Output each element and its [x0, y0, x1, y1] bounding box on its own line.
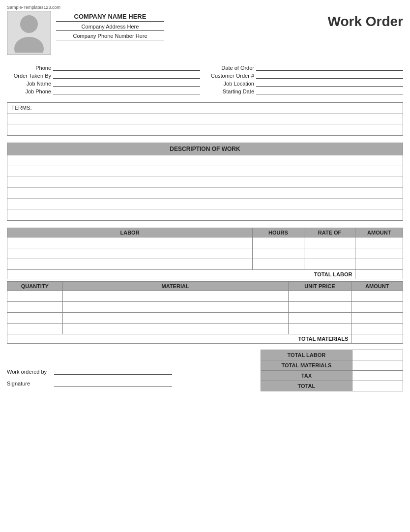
mat-price-1[interactable] [288, 291, 351, 302]
company-phone: Company Phone Number Here [56, 33, 164, 40]
mat-price-4[interactable] [288, 324, 351, 334]
total-labor-summary-value[interactable] [352, 350, 403, 360]
tax-value[interactable] [352, 371, 403, 381]
material-row-3 [7, 313, 403, 324]
labor-hours-2[interactable] [253, 248, 304, 259]
labor-rate-3[interactable] [304, 259, 355, 270]
desc-row-6 [7, 209, 403, 220]
summary-section: Work ordered by Signature TOTAL LABOR TO… [7, 350, 403, 391]
customer-order-input[interactable] [256, 72, 403, 79]
phone-input[interactable] [53, 64, 200, 71]
terms-row-1 [7, 114, 403, 124]
work-ordered-by-label: Work ordered by [7, 369, 51, 375]
header: COMPANY NAME HERE Company Address Here C… [7, 11, 403, 55]
total-final-label: TOTAL [261, 381, 352, 391]
mat-amount-1[interactable] [351, 291, 403, 302]
desc-row-1 [7, 155, 403, 166]
job-phone-input[interactable] [53, 88, 200, 94]
labor-amount-1[interactable] [355, 237, 403, 248]
total-materials-label: TOTAL MATERIALS [7, 334, 351, 344]
desc-row-5 [7, 199, 403, 209]
field-job-name: Job Name [7, 80, 200, 87]
watermark: Sample-Templates123.com [7, 5, 403, 10]
job-name-input[interactable] [53, 80, 200, 87]
terms-row-2 [7, 124, 403, 135]
field-phone: Phone [7, 64, 200, 71]
labor-desc-3[interactable] [7, 259, 253, 270]
signature-row: Signature [7, 380, 246, 386]
mat-desc-3[interactable] [62, 313, 288, 324]
customer-order-label: Customer Order # [210, 73, 254, 79]
field-date-order: Date of Order [210, 64, 403, 71]
total-final-value[interactable] [352, 381, 403, 391]
work-ordered-by-input[interactable] [54, 368, 172, 375]
signature-input[interactable] [54, 380, 172, 386]
company-address: Company Address Here [56, 24, 164, 31]
amount-col-header: AMOUNT [355, 228, 403, 237]
mat-qty-1[interactable] [7, 291, 63, 302]
signature-area: Work ordered by Signature [7, 368, 261, 391]
starting-date-input[interactable] [256, 88, 403, 94]
mat-price-3[interactable] [288, 313, 351, 324]
material-row-4 [7, 324, 403, 334]
job-location-input[interactable] [256, 80, 403, 87]
field-job-location: Job Location [210, 80, 403, 87]
total-materials-row: TOTAL MATERIALS [7, 334, 403, 344]
field-customer-order: Customer Order # [210, 72, 403, 79]
labor-hours-1[interactable] [253, 237, 304, 248]
labor-desc-2[interactable] [7, 248, 253, 259]
date-order-input[interactable] [256, 64, 403, 71]
material-col-header: MATERIAL [62, 282, 288, 291]
total-materials-value[interactable] [351, 334, 403, 344]
signature-label: Signature [7, 381, 51, 386]
material-row-1 [7, 291, 403, 302]
company-logo [7, 11, 51, 55]
mat-amount-3[interactable] [351, 313, 403, 324]
company-name: COMPANY NAME HERE [56, 13, 164, 22]
labor-amount-2[interactable] [355, 248, 403, 259]
labor-row-3 [7, 259, 403, 270]
total-labor-value[interactable] [355, 270, 403, 279]
mat-amount-2[interactable] [351, 302, 403, 313]
starting-date-label: Starting Date [210, 89, 254, 94]
terms-label: TERMS: [7, 103, 403, 114]
svg-point-1 [14, 37, 44, 53]
job-name-label: Job Name [7, 81, 51, 87]
mat-qty-4[interactable] [7, 324, 63, 334]
labor-hours-3[interactable] [253, 259, 304, 270]
total-final-row: TOTAL [261, 381, 403, 391]
form-left: Phone Order Taken By Job Name Job Phone [7, 64, 200, 95]
total-labor-summary-row: TOTAL LABOR [261, 350, 403, 360]
date-order-label: Date of Order [210, 65, 254, 71]
mat-desc-2[interactable] [62, 302, 288, 313]
order-taken-label: Order Taken By [7, 73, 51, 79]
total-materials-summary-value[interactable] [352, 360, 403, 371]
labor-row-2 [7, 248, 403, 259]
total-materials-summary-label: TOTAL MATERIALS [261, 360, 352, 371]
mat-desc-1[interactable] [62, 291, 288, 302]
form-right: Date of Order Customer Order # Job Locat… [210, 64, 403, 95]
phone-label: Phone [7, 65, 51, 71]
unit-price-col-header: UNIT PRICE [288, 282, 351, 291]
svg-point-0 [20, 15, 38, 33]
labor-row-1 [7, 237, 403, 248]
labor-rate-2[interactable] [304, 248, 355, 259]
work-ordered-by-row: Work ordered by [7, 368, 246, 375]
mat-desc-4[interactable] [62, 324, 288, 334]
description-header: DESCRIPTION OF WORK [7, 143, 403, 155]
mat-amount-4[interactable] [351, 324, 403, 334]
hours-col-header: HOURS [253, 228, 304, 237]
labor-amount-3[interactable] [355, 259, 403, 270]
labor-rate-1[interactable] [304, 237, 355, 248]
totals-table: TOTAL LABOR TOTAL MATERIALS TAX TOTAL [261, 350, 403, 391]
field-job-phone: Job Phone [7, 88, 200, 94]
desc-row-2 [7, 166, 403, 177]
desc-row-3 [7, 177, 403, 188]
labor-desc-1[interactable] [7, 237, 253, 248]
mat-qty-2[interactable] [7, 302, 63, 313]
desc-row-4 [7, 188, 403, 199]
mat-price-2[interactable] [288, 302, 351, 313]
mat-qty-3[interactable] [7, 313, 63, 324]
total-labor-summary-label: TOTAL LABOR [261, 350, 352, 360]
order-taken-input[interactable] [53, 72, 200, 79]
